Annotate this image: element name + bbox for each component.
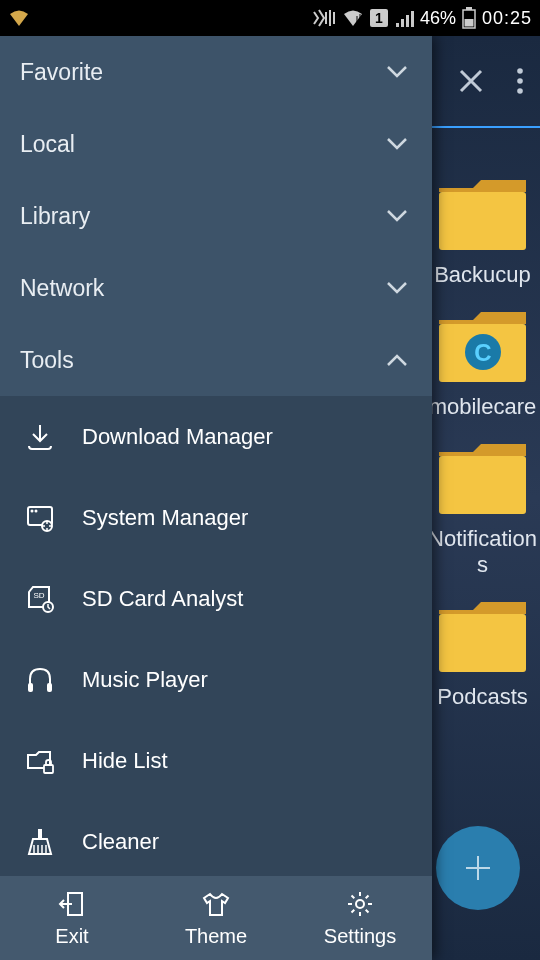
button-label: Settings [324,925,396,948]
fab-add-button[interactable] [436,826,520,910]
plus-icon [460,850,496,886]
download-icon [25,422,55,452]
theme-button[interactable]: Theme [144,876,288,960]
tshirt-icon [202,890,230,918]
svg-point-23 [356,900,364,908]
battery-percentage: 46% [420,8,456,29]
item-system-manager[interactable]: System Manager [0,477,432,558]
navigation-drawer: Favorite Local Library Network Tools [0,36,432,960]
folder-mobilecare[interactable]: C mobilecare [425,308,540,420]
chevron-down-icon [386,209,408,223]
section-network[interactable]: Network [0,252,432,324]
status-bar: 1 46% 00:25 [0,0,540,36]
item-hide-list[interactable]: Hide List [0,720,432,801]
status-right: 1 46% 00:25 [312,7,532,29]
section-tools[interactable]: Tools [0,324,432,396]
folder-label: Notifications [428,526,538,578]
status-left [8,9,30,27]
svg-point-4 [517,78,523,84]
item-download-manager[interactable]: Download Manager [0,396,432,477]
svg-rect-2 [464,19,473,27]
folder-icon [435,598,530,676]
system-manager-icon [25,503,55,533]
button-label: Theme [185,925,247,948]
sim-indicator: 1 [370,9,388,27]
svg-point-13 [31,509,34,512]
folder-notifications[interactable]: Notifications [425,440,540,578]
section-label: Local [20,131,75,158]
folder-backucup[interactable]: Backucup [425,176,540,288]
item-music-player[interactable]: Music Player [0,639,432,720]
svg-point-3 [517,68,523,74]
folder-lock-icon [25,746,55,776]
svg-rect-11 [439,614,526,672]
item-label: Music Player [82,667,208,693]
svg-rect-6 [439,192,526,250]
folder-podcasts[interactable]: Podcasts [425,598,540,710]
chevron-up-icon [386,353,408,367]
section-local[interactable]: Local [0,108,432,180]
item-label: SD Card Analyst [82,586,243,612]
exit-button[interactable]: Exit [0,876,144,960]
wifi-alert-icon [8,9,30,27]
svg-point-5 [517,88,523,94]
item-sd-card-analyst[interactable]: SD SD Card Analyst [0,558,432,639]
item-label: Download Manager [82,424,273,450]
vibrate-icon [312,9,336,27]
close-x-icon[interactable] [456,66,486,96]
more-vert-icon[interactable] [516,66,524,96]
settings-button[interactable]: Settings [288,876,432,960]
gear-icon [346,890,374,918]
svg-rect-20 [44,765,53,773]
status-clock: 00:25 [482,8,532,29]
item-label: Hide List [82,748,168,774]
folder-icon: C [435,308,530,386]
section-label: Library [20,203,90,230]
section-library[interactable]: Library [0,180,432,252]
svg-rect-1 [466,7,472,10]
tools-submenu: Download Manager System Manager SD SD Ca… [0,396,432,876]
folder-icon [435,440,530,518]
chevron-down-icon [386,65,408,79]
wifi-icon [342,9,364,27]
item-label: Cleaner [82,829,159,855]
folder-label: Podcasts [437,684,528,710]
svg-rect-10 [439,456,526,514]
section-favorite[interactable]: Favorite [0,36,432,108]
svg-text:SD: SD [33,591,44,600]
broom-icon [25,827,55,857]
exit-icon [58,890,86,918]
chevron-down-icon [386,281,408,295]
folder-icon [435,176,530,254]
section-label: Favorite [20,59,103,86]
drawer-bottom-bar: Exit Theme Settings [0,876,432,960]
item-label: System Manager [82,505,248,531]
battery-icon [462,7,476,29]
sd-card-icon: SD [25,584,55,614]
svg-point-14 [35,509,38,512]
svg-text:C: C [474,339,491,366]
signal-icon [394,9,414,27]
button-label: Exit [55,925,88,948]
svg-rect-18 [28,683,33,692]
section-label: Network [20,275,104,302]
headphones-icon [25,665,55,695]
section-label: Tools [20,347,74,374]
item-cleaner[interactable]: Cleaner [0,801,432,876]
svg-rect-19 [47,683,52,692]
chevron-down-icon [386,137,408,151]
folder-label: mobilecare [429,394,537,420]
folder-label: Backucup [434,262,531,288]
svg-rect-21 [38,829,42,839]
